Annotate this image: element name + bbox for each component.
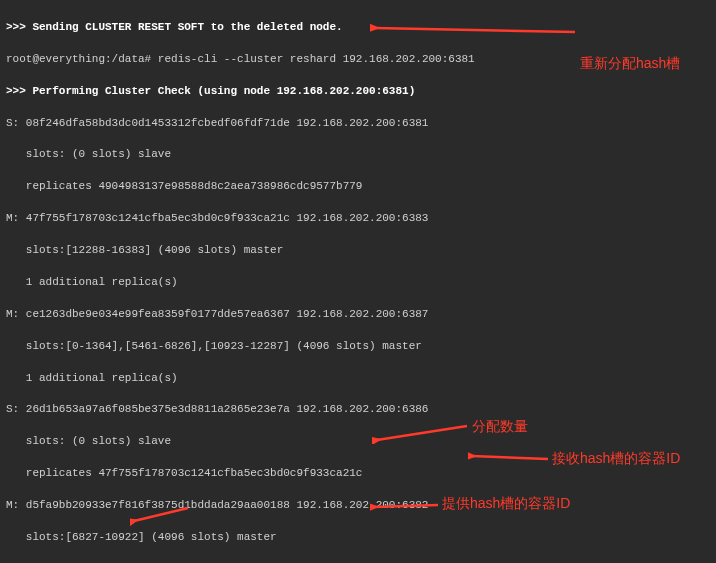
out-line: >>> Performing Cluster Check (using node… xyxy=(6,84,710,100)
out-line: slots:[6827-10922] (4096 slots) master xyxy=(6,530,710,546)
out-line: S: 08f246dfa58bd3dc0d1453312fcbedf06fdf7… xyxy=(6,116,710,132)
out-line: replicates 47f755f178703c1241cfba5ec3bd0… xyxy=(6,466,710,482)
out-line: slots: (0 slots) slave xyxy=(6,434,710,450)
out-line: 1 additional replica(s) xyxy=(6,275,710,291)
out-line: M: ce1263dbe9e034e99fea8359f0177dde57ea6… xyxy=(6,307,710,323)
out-line: slots:[0-1364],[5461-6826],[10923-12287]… xyxy=(6,339,710,355)
out-line: slots:[12288-16383] (4096 slots) master xyxy=(6,243,710,259)
out-line: M: d5fa9bb20933e7f816f3875d1bddada29aa00… xyxy=(6,498,710,514)
shell-prompt: root@everything:/data# xyxy=(6,53,151,65)
out-line: slots: (0 slots) slave xyxy=(6,147,710,163)
out-line: M: 47f755f178703c1241cfba5ec3bd0c9f933ca… xyxy=(6,211,710,227)
prompt-line: root@everything:/data# redis-cli --clust… xyxy=(6,52,710,68)
out-line: >>> Sending CLUSTER RESET SOFT to the de… xyxy=(6,20,710,36)
out-line: S: 26d1b653a97a6f085be375e3d8811a2865e23… xyxy=(6,402,710,418)
out-line: replicates 4904983137e98588d8c2aea738986… xyxy=(6,179,710,195)
terminal-output[interactable]: >>> Sending CLUSTER RESET SOFT to the de… xyxy=(0,0,716,563)
out-line: 1 additional replica(s) xyxy=(6,371,710,387)
shell-command: redis-cli --cluster reshard 192.168.202.… xyxy=(151,53,474,65)
